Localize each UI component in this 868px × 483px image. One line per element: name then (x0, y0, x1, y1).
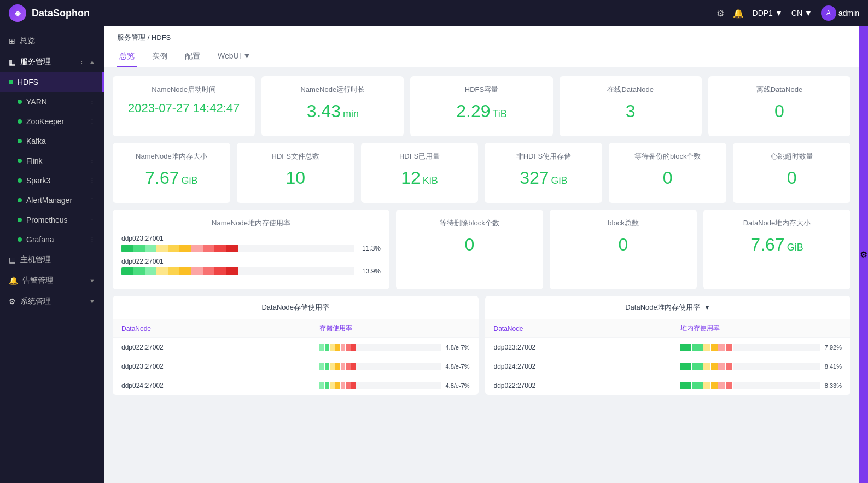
sidebar-item-kafka[interactable]: Kafka ⋮ (0, 131, 104, 151)
tab-webui[interactable]: WebUI ▼ (215, 47, 253, 67)
service-mgmt-icon: ▦ (9, 57, 16, 66)
sidebar-label-zookeeper: ZooKeeper (26, 117, 85, 126)
progress-row-ddp023: ddp023:27001 (121, 235, 381, 252)
metric-non-hdfs-storage: 非HDFS使用存储 327 GiB (485, 143, 602, 203)
col-header-datanode-1: DataNode (113, 319, 311, 338)
progress-row-ddp022: ddp022:27001 (121, 258, 381, 275)
metric-label-block-total: block总数 (558, 218, 688, 228)
sidebar-item-hdfs[interactable]: HDFS ⋮ (0, 72, 104, 92)
main-grid: NameNode启动时间 2023-07-27 14:42:47 NameNod… (104, 67, 859, 404)
alert-mgmt-label: 告警管理 (22, 276, 85, 286)
metric-value-online-dn: 3 (568, 101, 693, 121)
sidebar-label-alertmanager: AlertManager (26, 196, 85, 205)
metric-value-non-hdfs: 327 GiB (493, 168, 593, 188)
sidebar-item-flink[interactable]: Flink ⋮ (0, 151, 104, 171)
dn-host-2[interactable]: ddp023:27002 (113, 357, 311, 376)
chevron-down-icon2: ▼ (89, 298, 95, 305)
more-icon-spark3[interactable]: ⋮ (89, 177, 95, 184)
more-icon-prometheus[interactable]: ⋮ (89, 217, 95, 224)
sidebar-item-system-mgmt[interactable]: ⚙ 系统管理 ▼ (0, 291, 104, 312)
metric-unit-uptime: min (343, 108, 359, 120)
metric-label-uptime: NameNode运行时长 (270, 85, 395, 95)
right-panel[interactable]: ⚙ (859, 26, 868, 483)
tabs: 总览 实例 配置 WebUI ▼ (117, 47, 846, 67)
user-dropdown[interactable]: A admin (821, 5, 859, 21)
chevron-down-icon: ▼ (243, 51, 251, 60)
sidebar-label-grafana: Grafana (26, 235, 85, 244)
progress-host-1: ddp023:27001 (121, 235, 381, 242)
status-dot-grafana (18, 237, 22, 242)
header-right: ⚙ 🔔 DDP1 ▼ CN ▼ A admin (716, 5, 859, 21)
sidebar-item-alertmanager[interactable]: AlertManager ⋮ (0, 190, 104, 210)
sidebar-item-yarn[interactable]: YARN ⋮ (0, 92, 104, 112)
metrics-row-1: NameNode启动时间 2023-07-27 14:42:47 NameNod… (113, 76, 850, 136)
more-icon-alertmanager[interactable]: ⋮ (89, 197, 95, 204)
sidebar-item-spark3[interactable]: Spark3 ⋮ (0, 171, 104, 190)
metrics-row-3: NameNode堆内存使用率 ddp023:27001 (113, 210, 850, 289)
metric-offline-datanode: 离线DataNode 0 (708, 76, 850, 136)
dn-storage-bar-2: 4.8/e-7% (311, 357, 478, 376)
datanode-storage-table: DataNode 存储使用率 ddp022:27002 (113, 319, 479, 395)
metric-num-nn-heap: 7.67 (145, 168, 179, 188)
metric-value-nn-heap: 7.67 GiB (121, 168, 222, 188)
more-icon[interactable]: ⋮ (79, 59, 85, 66)
metric-label-start-time: NameNode启动时间 (121, 85, 246, 95)
table-row: ddp023:27002 (485, 338, 851, 357)
sidebar: ⊞ 总览 ▦ 服务管理 ⋮ ▲ HDFS ⋮ YARN ⋮ ZooKeeper … (0, 26, 104, 483)
sidebar-label-hdfs: HDFS (18, 78, 83, 86)
datanode-heap-usage-title: DataNode堆内存使用率 ▼ (485, 296, 851, 319)
sidebar-item-alert-mgmt[interactable]: 🔔 告警管理 ▼ (0, 270, 104, 291)
metric-block-total: block总数 0 (550, 210, 697, 289)
table-row: ddp022:27002 (113, 338, 479, 357)
metric-value-offline-dn: 0 (717, 101, 842, 121)
cluster-dropdown[interactable]: DDP1 ▼ (753, 9, 783, 18)
breadcrumb-sep: / (148, 33, 152, 42)
chevron-down-icon[interactable]: ▼ (704, 304, 710, 311)
chevron-down-icon: ▼ (89, 277, 95, 284)
sidebar-item-prometheus[interactable]: Prometheus ⋮ (0, 210, 104, 230)
metric-value-pending-del: 0 (405, 235, 534, 255)
more-icon-flink[interactable]: ⋮ (89, 158, 95, 165)
sidebar-label-kafka: Kafka (26, 137, 85, 146)
dn-heap-bar-1: 7.92% (672, 338, 850, 357)
dn-heap-host-2[interactable]: ddp024:27002 (485, 357, 672, 376)
gear-icon[interactable]: ⚙ (716, 8, 724, 19)
sidebar-item-overview[interactable]: ⊞ 总览 (0, 31, 104, 51)
status-dot-zookeeper (18, 119, 22, 124)
sidebar-label-prometheus: Prometheus (26, 216, 85, 224)
tab-instances[interactable]: 实例 (150, 47, 170, 67)
metric-unit-capacity: TiB (492, 108, 506, 120)
bell-icon[interactable]: 🔔 (733, 8, 744, 19)
metric-label-pending-del: 等待删除block个数 (405, 218, 534, 228)
metric-value-start-time: 2023-07-27 14:42:47 (121, 101, 246, 115)
more-icon-yarn[interactable]: ⋮ (89, 98, 95, 106)
more-icon-kafka[interactable]: ⋮ (89, 138, 95, 145)
progress-bar-container-1: 11.3% (121, 245, 381, 252)
metric-unit-hdfs-used: KiB (423, 175, 438, 187)
sidebar-item-service-mgmt[interactable]: ▦ 服务管理 ⋮ ▲ (0, 51, 104, 72)
more-icon-hdfs[interactable]: ⋮ (88, 79, 94, 86)
sidebar-item-grafana[interactable]: Grafana ⋮ (0, 230, 104, 249)
tab-config[interactable]: 配置 (183, 47, 202, 67)
metric-value-heartbeat: 0 (742, 168, 842, 188)
more-icon-grafana[interactable]: ⋮ (89, 236, 95, 243)
metric-num-dn-heap: 7.67 (750, 235, 784, 255)
sidebar-label-yarn: YARN (26, 97, 85, 106)
more-icon-zk[interactable]: ⋮ (89, 118, 95, 125)
metric-pending-replication: 等待备份的block个数 0 (609, 143, 726, 203)
sidebar-label-spark3: Spark3 (26, 176, 85, 185)
cluster-label: DDP1 (753, 9, 773, 18)
col-header-datanode-2: DataNode (485, 319, 672, 338)
dn-heap-host-1[interactable]: ddp023:27002 (485, 338, 672, 357)
metric-hdfs-capacity: HDFS容量 2.29 TiB (410, 76, 552, 136)
breadcrumb: 服务管理 / HDFS (117, 33, 846, 43)
dn-heap-host-3[interactable]: ddp022:27002 (485, 376, 672, 395)
dn-host-3[interactable]: ddp024:27002 (113, 376, 311, 395)
sidebar-item-zookeeper[interactable]: ZooKeeper ⋮ (0, 112, 104, 131)
sidebar-item-host-mgmt[interactable]: ▤ 主机管理 (0, 249, 104, 270)
overview-icon: ⊞ (9, 37, 15, 45)
tab-overview[interactable]: 总览 (117, 47, 137, 67)
header-left: ◈ DataSophon (9, 4, 90, 22)
dn-host-1[interactable]: ddp022:27002 (113, 338, 311, 357)
lang-dropdown[interactable]: CN ▼ (791, 9, 812, 18)
